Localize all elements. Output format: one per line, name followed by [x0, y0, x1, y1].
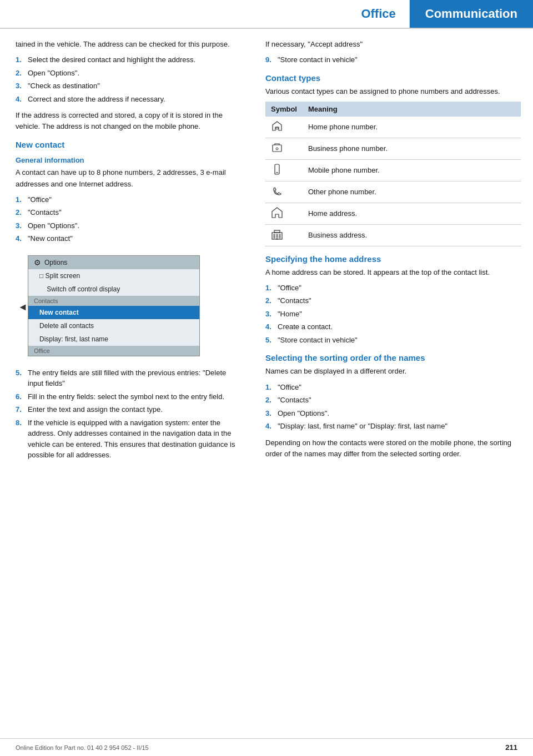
menu-item-split-screen: □ Split screen: [28, 269, 199, 283]
step-text: Open "Options".: [28, 220, 243, 231]
menu-title-bar: ⚙ Options: [28, 256, 199, 269]
specifying-steps: 1. "Office" 2. "Contacts" 3. "Home" 4. C…: [265, 283, 521, 346]
new-contact-steps: 1. "Office" 2. "Contacts" 3. Open "Optio…: [16, 194, 243, 244]
svg-point-2: [276, 148, 278, 150]
svg-rect-11: [274, 236, 275, 238]
svg-rect-12: [276, 236, 278, 239]
address-note: If the address is corrected and stored, …: [16, 110, 243, 132]
steps-after-menu: 5. The entry fields are still filled wit…: [16, 367, 243, 461]
svg-rect-10: [279, 234, 280, 236]
list-item: 8. If the vehicle is equipped with a nav…: [16, 417, 243, 461]
step-text: "Home": [278, 309, 521, 320]
step-num: 2.: [16, 68, 28, 79]
step-text: The entry fields are still filled with t…: [28, 367, 243, 389]
step-text: Enter the text and assign the contact ty…: [28, 404, 243, 415]
step-num: 6.: [16, 391, 28, 402]
table-header-meaning: Meaning: [303, 102, 521, 117]
step-text: Correct and store the address if necessa…: [28, 94, 243, 105]
table-row: Business address.: [265, 224, 521, 246]
step-num: 2.: [16, 207, 28, 218]
page-header: Office Communication: [0, 0, 533, 29]
table-row: Other phone number.: [265, 181, 521, 203]
list-item: 4. Correct and store the address if nece…: [16, 94, 243, 105]
step-num: 4.: [265, 421, 278, 432]
step-text: "Office": [278, 382, 521, 393]
intro-paragraph: tained in the vehicle. The address can b…: [16, 39, 243, 50]
sorting-heading: Selecting the sorting order of the names: [265, 353, 521, 362]
symbol-business-phone: [265, 138, 303, 159]
menu-separator-contacts: Contacts: [28, 296, 199, 306]
menu-title-text: Options: [44, 259, 67, 266]
nav-arrow-icon: ◄: [18, 301, 28, 313]
step-text: If the vehicle is equipped with a naviga…: [28, 417, 243, 461]
list-item: 1. "Office": [265, 382, 521, 393]
symbol-business-address: [265, 224, 303, 246]
step-num: 9.: [265, 54, 278, 65]
list-item: 1. Select the desired contact and highli…: [16, 54, 243, 65]
new-contact-heading: New contact: [16, 140, 243, 149]
menu-screenshot-wrapper: ◄ ⚙ Options □ Split screen Switch off co…: [28, 250, 200, 364]
list-item: 3. Open "Options".: [265, 408, 521, 419]
step-text: "Check as destination": [28, 80, 243, 92]
step-num: 2.: [265, 395, 278, 406]
step-text: "Contacts": [278, 295, 521, 306]
table-row: Home phone number.: [265, 117, 521, 138]
step-num: 4.: [16, 94, 28, 105]
menu-footer-office: Office: [28, 346, 199, 356]
table-row: Home address.: [265, 203, 521, 224]
step-num: 3.: [265, 309, 278, 320]
contact-types-intro: Various contact types can be assigned to…: [265, 86, 521, 97]
table-row: Mobile phone number.: [265, 159, 521, 181]
svg-point-0: [276, 127, 278, 129]
step-num: 4.: [16, 233, 28, 244]
meaning-business-address: Business address.: [303, 224, 521, 246]
header-communication-tab: Communication: [410, 0, 533, 28]
step-num: 5.: [265, 335, 278, 346]
step-text: Open "Options".: [278, 408, 521, 419]
step-text: "Display: last, first name" or "Display:…: [278, 421, 521, 432]
step-text: "Office": [278, 283, 521, 294]
menu-item-switch-off: Switch off control display: [28, 283, 199, 296]
step-num: 1.: [265, 382, 278, 393]
symbol-home-address: [265, 203, 303, 224]
split-screen-icon: □: [39, 272, 46, 280]
options-menu-screenshot: ⚙ Options □ Split screen Switch off cont…: [28, 255, 200, 356]
step-text: Open "Options".: [28, 68, 243, 79]
menu-item-new-contact: New contact: [28, 306, 199, 319]
step-text: "Store contact in vehicle": [278, 54, 521, 65]
page-number: 211: [505, 743, 517, 752]
svg-rect-1: [273, 145, 281, 152]
list-item: 4. "New contact": [16, 233, 243, 244]
step-num: 2.: [265, 295, 278, 306]
list-item: 7. Enter the text and assign the contact…: [16, 404, 243, 415]
menu-item-delete-all: Delete all contacts: [28, 319, 199, 332]
sorting-intro: Names can be displayed in a different or…: [265, 366, 521, 377]
symbol-mobile-phone: [265, 159, 303, 181]
header-office-tab: Office: [348, 0, 409, 28]
step-text: "Store contact in vehicle": [278, 335, 521, 346]
general-info-text: A contact can have up to 8 phone numbers…: [16, 167, 243, 189]
step-num: 3.: [16, 220, 28, 231]
step-text: "Contacts": [278, 395, 521, 406]
right-column: If necessary, "Accept address" 9. "Store…: [255, 39, 533, 466]
step-num: 1.: [16, 194, 28, 205]
options-icon: ⚙: [34, 258, 41, 267]
table-header-symbol: Symbol: [265, 102, 303, 117]
step-text: "New contact": [28, 233, 243, 244]
list-item: 3. "Home": [265, 309, 521, 320]
list-item: 5. "Store contact in vehicle": [265, 335, 521, 346]
meaning-other-phone: Other phone number.: [303, 181, 521, 203]
svg-rect-6: [274, 230, 280, 233]
meaning-home-address: Home address.: [303, 203, 521, 224]
list-item: 2. "Contacts": [265, 395, 521, 406]
list-item: 1. "Office": [16, 194, 243, 205]
svg-rect-8: [274, 234, 275, 236]
list-item: 9. "Store contact in vehicle": [265, 54, 521, 65]
step-num: 8.: [16, 417, 28, 461]
step-text: "Office": [28, 194, 243, 205]
meaning-business-phone: Business phone number.: [303, 138, 521, 159]
list-item: 4. Create a contact.: [265, 321, 521, 332]
step-num: 3.: [16, 80, 28, 92]
list-item: 4. "Display: last, first name" or "Displ…: [265, 421, 521, 432]
menu-item-display-name: Display: first, last name: [28, 332, 199, 346]
